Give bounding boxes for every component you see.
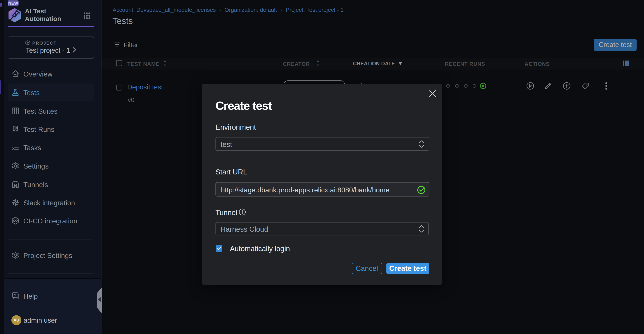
svg-text:?: ?	[14, 293, 16, 297]
